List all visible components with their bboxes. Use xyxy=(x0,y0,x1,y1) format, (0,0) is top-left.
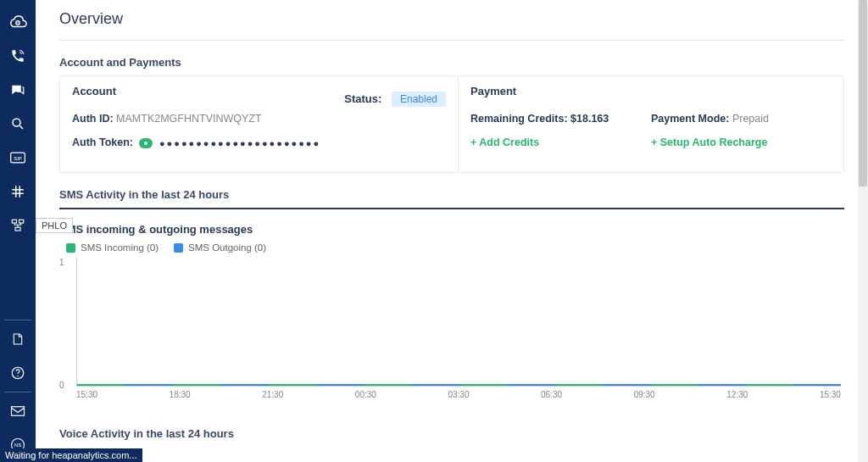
svg-text:NS: NS xyxy=(14,443,21,448)
sidebar: SIP PHLO NS xyxy=(0,0,36,462)
xtick: 18:30 xyxy=(170,390,191,402)
remaining-credits-row: Remaining Credits: $18.163 xyxy=(470,113,651,125)
auth-token-row: Auth Token: ●●●●●●●●●●●●●●●●●●●●●● xyxy=(72,136,446,148)
auth-id-value: MAMTK2MGFHNTVINWQYZT xyxy=(116,113,262,125)
svg-rect-10 xyxy=(15,227,20,231)
numbers-icon[interactable] xyxy=(0,175,36,209)
svg-point-0 xyxy=(16,21,20,25)
sms-activity-title: SMS Activity in the last 24 hours xyxy=(59,188,844,201)
scrollbar-thumb[interactable] xyxy=(859,0,867,186)
auth-token-masked: ●●●●●●●●●●●●●●●●●●●●●● xyxy=(159,138,320,148)
voice-activity-title: Voice Activity in the last 24 hours xyxy=(59,427,844,440)
svg-point-3 xyxy=(17,23,18,24)
browser-status-bar: Waiting for heapanalytics.com... xyxy=(0,448,142,462)
sms-legend: SMS Incoming (0) SMS Outgoing (0) xyxy=(59,242,844,253)
svg-point-2 xyxy=(18,22,19,23)
svg-point-4 xyxy=(18,23,19,24)
account-col: Account Status: Enabled Auth ID: MAMTK2M… xyxy=(60,76,459,172)
xtick: 09:30 xyxy=(634,390,655,402)
reveal-token-icon[interactable] xyxy=(139,138,153,148)
xtick: 03:30 xyxy=(448,390,469,402)
xtick: 06:30 xyxy=(541,390,562,402)
help-icon[interactable] xyxy=(0,356,36,390)
xtick: 00:30 xyxy=(355,390,376,402)
phlo-tooltip: PHLO xyxy=(36,218,73,233)
sms-chart: 1 0 15:3018:3021:3000:3003:3006:3009:301… xyxy=(59,258,844,402)
svg-point-1 xyxy=(17,22,18,23)
xtick: 21:30 xyxy=(262,390,283,402)
mail-icon[interactable] xyxy=(0,394,36,428)
phlo-icon[interactable]: PHLO xyxy=(0,209,36,242)
xtick: 12:30 xyxy=(726,390,748,402)
calls-icon[interactable] xyxy=(0,39,36,73)
svg-rect-13 xyxy=(12,407,25,416)
legend-incoming: SMS Incoming (0) xyxy=(66,242,159,253)
sip-icon[interactable]: SIP xyxy=(0,141,36,175)
xtick: 15:30 xyxy=(76,390,97,402)
sms-chart-title: SMS incoming & outgoing messages xyxy=(59,223,844,236)
legend-outgoing: SMS Outgoing (0) xyxy=(174,242,266,253)
main-content: Overview Account and Payments Account St… xyxy=(36,0,868,462)
payment-col: Payment Remaining Credits: $18.163 + Add… xyxy=(459,76,843,172)
ytick-0: 0 xyxy=(59,381,64,390)
payment-header: Payment xyxy=(470,85,651,97)
messaging-icon[interactable] xyxy=(0,73,36,107)
account-payments-title: Account and Payments xyxy=(59,56,844,69)
status-badge: Enabled xyxy=(392,92,446,107)
lookup-icon[interactable] xyxy=(0,107,36,141)
docs-icon[interactable] xyxy=(0,322,36,356)
status-label: Status: xyxy=(344,92,381,105)
payment-mode-row: Payment Mode: Prepaid xyxy=(651,113,832,125)
auth-id-row: Auth ID: MAMTK2MGFHNTVINWQYZT xyxy=(72,113,446,125)
xtick: 15:30 xyxy=(820,390,841,402)
svg-point-12 xyxy=(17,376,19,377)
chart-xlabels: 15:3018:3021:3000:3003:3006:3009:3012:30… xyxy=(76,390,841,402)
svg-text:SIP: SIP xyxy=(14,156,22,161)
chart-plot xyxy=(76,258,841,387)
chart-baseline xyxy=(77,383,841,386)
account-panel: Account Status: Enabled Auth ID: MAMTK2M… xyxy=(59,75,844,173)
scrollbar-track[interactable] xyxy=(858,0,868,462)
svg-rect-9 xyxy=(19,220,24,223)
svg-rect-8 xyxy=(12,220,16,223)
logo-icon[interactable] xyxy=(0,5,36,39)
setup-auto-recharge-link[interactable]: + Setup Auto Recharge xyxy=(651,136,832,148)
svg-point-5 xyxy=(13,119,20,126)
account-header: Account xyxy=(72,85,116,97)
page-title: Overview xyxy=(59,10,844,41)
ytick-1: 1 xyxy=(59,258,64,267)
add-credits-link[interactable]: + Add Credits xyxy=(470,136,651,148)
